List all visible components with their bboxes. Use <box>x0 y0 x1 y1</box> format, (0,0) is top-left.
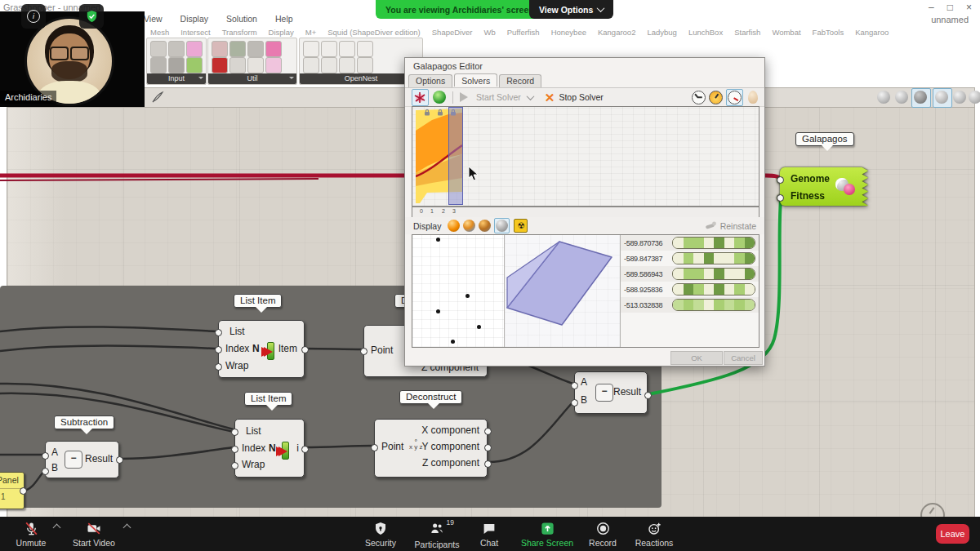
fitness-row[interactable]: -513.032838 <box>621 297 759 313</box>
output-port[interactable] <box>484 460 492 468</box>
meeting-toolbar: Unmute Start Video Security 19 Participa… <box>0 517 980 551</box>
balloon-deconstruct-lower: Deconstruct <box>399 390 462 404</box>
input-port[interactable] <box>215 346 222 353</box>
fitness-row[interactable]: -588.925836 <box>621 282 759 297</box>
audio-options-chevron[interactable] <box>53 524 61 532</box>
output-port[interactable] <box>644 392 652 399</box>
screen: Grasshopper - unnamed – □ × unnamed View… <box>0 0 980 551</box>
input-port[interactable] <box>777 176 784 184</box>
share-screen-icon <box>540 521 555 536</box>
node-subtraction-right[interactable]: A B − Result <box>574 371 648 414</box>
input-port[interactable] <box>231 446 238 453</box>
participants-count-badge: 19 <box>447 518 454 527</box>
tab-options[interactable]: Options <box>408 74 452 87</box>
output-port[interactable] <box>484 444 492 451</box>
biomorph-icon[interactable] <box>413 91 427 104</box>
chat-button[interactable]: Chat <box>472 521 506 548</box>
participant-name-label: Archidiaries <box>0 91 56 104</box>
egg-icon[interactable] <box>748 91 758 104</box>
display-orb[interactable] <box>463 220 475 232</box>
start-video-button[interactable]: Start Video <box>67 521 121 548</box>
cancel-button[interactable]: Cancel <box>724 351 763 365</box>
output-port[interactable] <box>20 487 27 495</box>
input-port[interactable] <box>571 382 578 389</box>
camera-off-icon <box>86 521 102 536</box>
node-galapagos[interactable]: Genome Fitness <box>780 167 868 206</box>
stop-solver-button[interactable]: Stop Solver <box>559 92 603 102</box>
input-port[interactable] <box>231 462 238 469</box>
evolution-icon[interactable] <box>433 91 446 104</box>
input-port[interactable] <box>777 194 784 202</box>
gene-bar <box>672 268 755 280</box>
tab-record[interactable]: Record <box>499 74 541 87</box>
unmute-button[interactable]: Unmute <box>10 521 52 548</box>
start-solver-button[interactable]: Start Solver <box>476 92 521 102</box>
radiation-icon[interactable]: ☢ <box>514 219 528 233</box>
list-item-icon <box>274 443 296 456</box>
fitness-row[interactable]: -589.870736 <box>621 235 759 251</box>
speed-gauge-icon[interactable] <box>709 91 723 104</box>
input-port[interactable] <box>360 348 368 355</box>
input-port[interactable] <box>215 363 222 371</box>
solver-panels: -589.870736 -589.847387 -589.586943 -588… <box>412 234 760 348</box>
shield-check-icon <box>85 9 99 24</box>
output-port[interactable] <box>116 456 123 464</box>
galapagos-editor-dialog: Galapagos Editor Options Solvers Record … <box>404 57 765 367</box>
share-screen-button[interactable]: Share Screen <box>516 521 578 548</box>
xyz-icon: ∘x y z <box>409 438 422 451</box>
display-orb[interactable] <box>496 220 508 232</box>
input-port[interactable] <box>231 429 238 436</box>
node-deconstruct-lower[interactable]: Point ∘x y z X component Y component Z c… <box>374 419 488 478</box>
input-port[interactable] <box>215 329 222 336</box>
output-port[interactable] <box>301 446 309 453</box>
reinstate-button[interactable]: Reinstate <box>720 221 756 231</box>
mic-muted-icon <box>24 521 39 536</box>
input-port[interactable] <box>42 468 49 475</box>
display-orb[interactable] <box>479 220 491 232</box>
gene-bar <box>672 252 755 264</box>
tab-solvers[interactable]: Solvers <box>454 73 497 87</box>
record-button[interactable]: Record <box>581 521 624 548</box>
participants-button[interactable]: 19 Participants <box>408 521 466 549</box>
graph-axis: 0 1 2 3 <box>412 206 760 217</box>
node-list-item-lower[interactable]: List Index Wrap N i <box>234 419 305 478</box>
node-subtraction-lower[interactable]: A B − Result <box>45 441 119 478</box>
input-port[interactable] <box>371 444 378 451</box>
reactions-icon <box>647 521 662 536</box>
video-options-chevron[interactable] <box>123 524 131 532</box>
solver-toolbar: Start Solver ✕ Stop Solver <box>405 87 764 107</box>
security-button[interactable]: Security <box>358 521 403 548</box>
dialog-tabs: Options Solvers Record <box>408 74 541 87</box>
speed-gauge-icon[interactable] <box>692 91 706 104</box>
fitness-list: -589.870736 -589.847387 -589.586943 -588… <box>621 235 759 347</box>
participants-icon <box>428 521 446 536</box>
mouse-cursor <box>468 166 479 181</box>
display-row: Display ☢ Reinstate <box>405 217 764 234</box>
input-port[interactable] <box>571 399 578 407</box>
balloon-subtraction: Subtraction <box>54 415 114 429</box>
subtract-icon: − <box>595 384 613 402</box>
reactions-button[interactable]: Reactions <box>629 521 679 548</box>
node-list-item-upper[interactable]: List Index Wrap N Item <box>218 320 305 378</box>
stop-solver-icon: ✕ <box>545 91 555 104</box>
output-port[interactable] <box>301 346 309 353</box>
dialog-title[interactable]: Galapagos Editor <box>413 61 483 71</box>
display-orb[interactable] <box>448 220 460 232</box>
start-solver-dropdown-icon[interactable] <box>526 92 534 100</box>
info-icon: i <box>27 10 40 23</box>
encryption-badge[interactable] <box>79 4 104 29</box>
ok-button[interactable]: OK <box>670 351 723 365</box>
gene-bar <box>672 299 755 311</box>
meeting-info-button[interactable]: i <box>21 4 46 29</box>
leave-button[interactable]: Leave <box>936 524 969 544</box>
fitness-row[interactable]: -589.586943 <box>621 266 759 282</box>
output-port[interactable] <box>484 428 492 435</box>
input-port[interactable] <box>42 452 49 460</box>
view-options-button[interactable]: View Options <box>529 0 613 19</box>
scatter-plot <box>412 235 505 347</box>
fitness-row[interactable]: -589.847387 <box>621 251 759 266</box>
speed-gauge-icon[interactable] <box>728 91 742 104</box>
fitness-graph[interactable] <box>412 106 760 207</box>
balloon-list-item-lower: List Item <box>244 392 292 406</box>
generation-selector[interactable] <box>448 107 463 205</box>
